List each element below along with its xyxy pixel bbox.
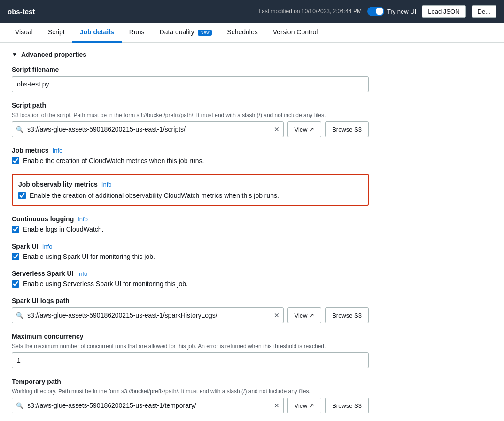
spark-ui-logs-path-label: Spark UI logs path	[12, 297, 492, 304]
tab-schedules[interactable]: Schedules	[219, 23, 265, 43]
script-path-input-row: 🔍 ✕ View ↗ Browse S3	[12, 121, 369, 137]
last-modified: Last modified on 10/10/2023, 2:04:44 PM	[258, 8, 362, 15]
job-metrics-info-link[interactable]: Info	[53, 147, 63, 154]
collapse-icon[interactable]: ▼	[12, 51, 17, 58]
spark-ui-info-link[interactable]: Info	[42, 243, 53, 250]
script-path-search-wrapper: 🔍 ✕	[12, 121, 284, 137]
spark-ui-logs-view-button[interactable]: View ↗	[287, 307, 322, 323]
job-metrics-checkbox[interactable]	[12, 157, 19, 164]
temporary-path-label: Temporary path	[12, 378, 492, 385]
load-json-button[interactable]: Load JSON	[422, 5, 465, 18]
spark-ui-logs-path-input-row: 🔍 ✕ View ↗ Browse S3	[12, 307, 369, 323]
content-panel: ▼ Advanced properties Script filename Sc…	[0, 43, 504, 421]
spark-ui-group: Spark UI Info Enable using Spark UI for …	[12, 242, 492, 260]
max-concurrency-input[interactable]	[12, 352, 369, 368]
temporary-path-group: Temporary path Working directory. Path m…	[12, 378, 492, 413]
main-content: ▼ Advanced properties Script filename Sc…	[0, 43, 504, 421]
tab-runs[interactable]: Runs	[122, 23, 152, 43]
job-metrics-checkbox-row: Enable the creation of CloudWatch metric…	[12, 157, 492, 164]
spark-ui-logs-search-wrapper: 🔍 ✕	[12, 307, 284, 323]
top-header: obs-test Last modified on 10/10/2023, 2:…	[0, 0, 504, 23]
temporary-path-sublabel: Working directory. Path must be in the f…	[12, 388, 492, 395]
try-new-ui-toggle[interactable]	[367, 7, 384, 16]
tab-data-quality[interactable]: Data quality New	[152, 23, 220, 43]
spark-ui-logs-search-icon: 🔍	[12, 312, 27, 319]
temporary-path-view-button[interactable]: View ↗	[287, 398, 322, 413]
tab-version-control[interactable]: Version Control	[265, 23, 326, 43]
script-path-group: Script path S3 location of the script. P…	[12, 101, 492, 137]
header-right: Last modified on 10/10/2023, 2:04:44 PM …	[258, 5, 496, 18]
max-concurrency-label: Maximum concurrency	[12, 333, 492, 340]
continuous-logging-checkbox-row: Enable logs in CloudWatch.	[12, 226, 492, 233]
serverless-spark-ui-checkbox[interactable]	[12, 280, 19, 288]
max-concurrency-sublabel: Sets the maximum number of concurrent ru…	[12, 343, 492, 350]
script-filename-group: Script filename	[12, 66, 492, 92]
temporary-path-search-wrapper: 🔍 ✕	[12, 398, 284, 413]
continuous-logging-info-link[interactable]: Info	[78, 216, 88, 223]
job-metrics-label: Job metrics Info	[12, 147, 492, 154]
job-observability-checkbox-label: Enable the creation of additional observ…	[30, 192, 279, 199]
job-observability-section: Job observability metrics Info Enable th…	[12, 174, 369, 206]
app-title: obs-test	[8, 8, 35, 16]
try-new-ui-label: Try new UI	[387, 8, 416, 15]
script-filename-label: Script filename	[12, 66, 492, 73]
temporary-path-input-row: 🔍 ✕ View ↗ Browse S3	[12, 398, 369, 413]
continuous-logging-checkbox-label: Enable logs in CloudWatch.	[23, 226, 103, 233]
serverless-spark-ui-info-link[interactable]: Info	[78, 270, 88, 277]
serverless-spark-ui-group: Serverless Spark UI Info Enable using Se…	[12, 270, 492, 288]
temporary-path-clear-icon[interactable]: ✕	[270, 402, 283, 409]
continuous-logging-checkbox[interactable]	[12, 226, 19, 233]
job-metrics-checkbox-label: Enable the creation of CloudWatch metric…	[23, 157, 204, 164]
script-path-clear-icon[interactable]: ✕	[270, 125, 283, 133]
spark-ui-logs-input[interactable]	[27, 312, 270, 319]
deploy-button[interactable]: De...	[472, 5, 496, 18]
serverless-spark-ui-checkbox-row: Enable using Serverless Spark UI for mon…	[12, 280, 492, 288]
job-observability-info-link[interactable]: Info	[101, 181, 112, 188]
serverless-spark-ui-label: Serverless Spark UI Info	[12, 270, 492, 277]
spark-ui-logs-path-group: Spark UI logs path 🔍 ✕ View ↗ Browse S3	[12, 297, 492, 323]
new-badge: New	[198, 30, 212, 36]
spark-ui-logs-browse-button[interactable]: Browse S3	[325, 307, 369, 323]
script-path-sublabel: S3 location of the script. Path must be …	[12, 112, 492, 118]
script-path-search-icon: 🔍	[12, 126, 27, 133]
continuous-logging-label: Continuous logging Info	[12, 215, 492, 223]
job-observability-label: Job observability metrics Info	[18, 180, 362, 188]
tab-script[interactable]: Script	[40, 23, 72, 43]
max-concurrency-group: Maximum concurrency Sets the maximum num…	[12, 333, 492, 368]
spark-ui-checkbox-label: Enable using Spark UI for monitoring thi…	[23, 253, 155, 260]
temporary-path-browse-button[interactable]: Browse S3	[325, 398, 369, 413]
spark-ui-checkbox-row: Enable using Spark UI for monitoring thi…	[12, 253, 492, 260]
spark-ui-logs-clear-icon[interactable]: ✕	[270, 312, 283, 319]
script-path-input[interactable]	[27, 125, 270, 133]
script-path-browse-button[interactable]: Browse S3	[325, 121, 369, 137]
script-path-label: Script path	[12, 101, 492, 109]
tab-bar: Visual Script Job details Runs Data qual…	[0, 23, 504, 43]
script-filename-input[interactable]	[12, 76, 369, 92]
job-observability-checkbox-row: Enable the creation of additional observ…	[18, 192, 362, 199]
tab-job-details[interactable]: Job details	[72, 23, 122, 43]
tab-visual[interactable]: Visual	[8, 23, 40, 43]
temporary-path-input[interactable]	[27, 402, 270, 409]
try-new-ui-toggle-container[interactable]: Try new UI	[367, 7, 416, 16]
temporary-path-search-icon: 🔍	[12, 402, 27, 409]
job-observability-checkbox[interactable]	[18, 192, 26, 199]
spark-ui-checkbox[interactable]	[12, 253, 19, 260]
continuous-logging-group: Continuous logging Info Enable logs in C…	[12, 215, 492, 233]
section-title: Advanced properties	[21, 51, 86, 58]
spark-ui-label: Spark UI Info	[12, 242, 492, 250]
script-path-view-button[interactable]: View ↗	[287, 121, 322, 137]
job-metrics-group: Job metrics Info Enable the creation of …	[12, 147, 492, 164]
section-header: ▼ Advanced properties	[12, 51, 492, 58]
serverless-spark-ui-checkbox-label: Enable using Serverless Spark UI for mon…	[23, 280, 188, 288]
